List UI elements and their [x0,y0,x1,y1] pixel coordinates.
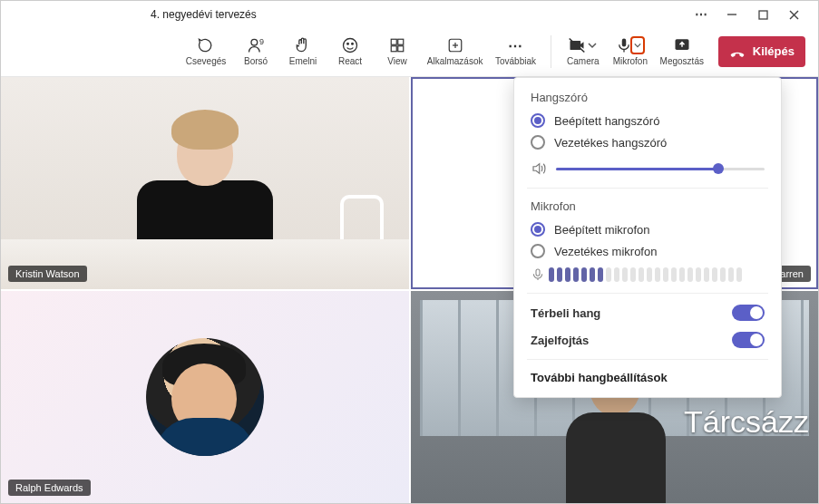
maximize-button[interactable] [747,2,778,27]
audio-settings-panel: Hangszóró Beépített hangszóró Vezetékes … [513,77,782,398]
svg-rect-11 [398,46,404,52]
volume-slider[interactable] [556,168,765,170]
more-audio-settings-link[interactable]: További hangbeállítások [531,371,765,384]
camera-off-icon [567,36,587,54]
more-window-button[interactable]: ⋯ [686,2,717,27]
view-label: View [387,56,407,66]
react-label: React [338,56,362,66]
spatial-audio-row: Térbeli hang [531,305,765,321]
radio-icon [531,113,545,128]
svg-point-5 [344,39,357,53]
hangup-icon [729,44,746,60]
people-count: 9 [259,37,264,46]
minimize-button[interactable] [717,2,747,27]
svg-rect-10 [391,46,396,52]
chat-icon [197,36,215,54]
speaker-option-wired[interactable]: Vezetékes hangszóró [531,135,765,150]
spatial-toggle[interactable] [732,305,765,321]
speaker-option-builtin[interactable]: Beépített hangszóró [531,113,765,128]
raise-hand-button[interactable]: Emelni [282,34,324,68]
mic-option-label: Beépített mikrofon [554,223,650,237]
people-button[interactable]: 9 Borsó [235,34,277,68]
mic-button[interactable]: Mikrofon [609,34,651,68]
emoji-icon [341,36,359,54]
speaker-option-label: Vezetékes hangszóró [554,136,667,150]
svg-point-6 [347,44,349,45]
grid-icon [389,36,405,54]
noise-label: Zajelfojtás [531,334,589,347]
participant-name: Kristin Watson [8,266,87,282]
svg-point-4 [251,39,258,45]
share-button[interactable]: Megosztás [657,34,707,68]
leave-button[interactable]: Kilépés [718,36,805,67]
svg-rect-16 [622,39,627,47]
speaker-section-header: Hangszóró [531,91,765,104]
leave-label: Kilépés [753,44,795,58]
apps-button[interactable]: Alkalmazások [424,34,486,68]
mic-label: Mikrofon [613,56,648,66]
spatial-label: Térbeli hang [531,306,600,320]
ellipsis-icon: ⋯ [508,36,523,54]
more-button[interactable]: ⋯ Továbbiak [492,34,540,68]
mic-option-builtin[interactable]: Beépített mikrofon [531,222,765,237]
people-icon: 9 [247,36,265,54]
chat-label: Csevegés [186,56,226,66]
svg-point-7 [352,44,354,45]
noise-toggle[interactable] [732,332,765,348]
camera-label: Camera [567,56,600,66]
camera-dropdown-button[interactable] [585,36,600,54]
overlay-text: Tárcsázz [684,404,809,440]
share-label: Megosztás [660,56,704,66]
view-button[interactable]: View [376,34,418,68]
radio-icon [531,222,545,237]
mic-option-wired[interactable]: Vezetékes mikrofon [531,244,765,258]
camera-button[interactable]: Camera [562,34,604,68]
mic-option-label: Vezetékes mikrofon [554,245,657,258]
toolbar-separator [551,35,551,68]
svg-rect-1 [759,11,767,19]
window-title: 4. negyedévi tervezés [151,8,257,21]
apps-label: Alkalmazások [427,56,483,66]
svg-rect-8 [391,39,396,44]
meeting-toolbar: Csevegés 9 Borsó Emelni React View Alkal… [1,28,818,77]
participant-tile[interactable]: Kristin Watson [1,77,409,289]
microphone-icon [531,267,545,282]
mic-level-meter [531,267,765,282]
participant-tile[interactable]: Ralph Edwards [1,291,409,503]
share-screen-icon [673,36,691,54]
participant-name: Ralph Edwards [8,480,91,496]
radio-icon [531,135,545,150]
chat-button[interactable]: Csevegés [182,34,229,68]
svg-rect-9 [398,39,404,44]
speaker-volume-icon [531,160,547,177]
title-bar: 4. negyedévi tervezés ⋯ [1,1,818,28]
noise-suppression-row: Zajelfojtás [531,332,765,348]
svg-rect-18 [536,269,540,276]
mic-section-header: Mikrofon [531,199,765,213]
close-button[interactable] [778,2,809,27]
plus-square-icon [447,36,463,54]
mic-dropdown-button[interactable] [630,36,645,54]
raise-label: Emelni [289,56,317,66]
people-label: Borsó [244,56,268,66]
react-button[interactable]: React [329,34,371,68]
radio-icon [531,244,545,258]
more-label: Továbbiak [495,56,536,66]
hand-icon [294,36,312,54]
speaker-option-label: Beépített hangszóró [554,114,659,128]
